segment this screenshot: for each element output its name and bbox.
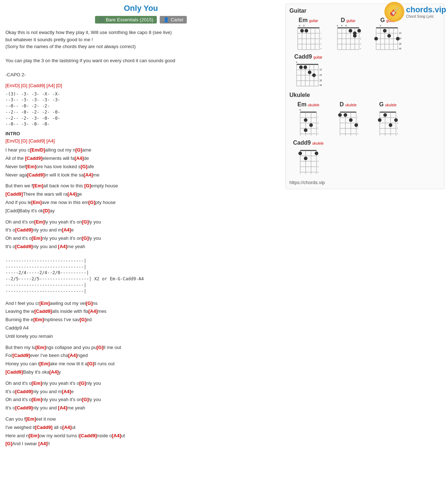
lyric-2-2: [Cadd9]There the wars will ra[A4]ge xyxy=(5,191,276,198)
lyric-c2-1: Oh and it's o[Em]nly you yeah it's o[G]n… xyxy=(5,380,276,387)
chorus-1: Oh and it's on[Em]ly you yeah it's on[G]… xyxy=(5,218,276,251)
svg-point-92 xyxy=(309,123,313,127)
bridge: Can you f[Em]eel it now I've weighed it[… xyxy=(5,416,276,448)
chord-cadd9-ukulele[interactable]: Cadd9 ukulele xyxy=(289,140,327,176)
svg-text:4fr: 4fr xyxy=(318,132,318,135)
svg-text:3fr: 3fr xyxy=(357,127,358,130)
chord-em-guitar[interactable]: Em guitar o o xyxy=(289,17,327,52)
chord-panel: Guitar Em guitar o o xyxy=(285,4,444,189)
svg-text:1fr: 1fr xyxy=(357,116,358,119)
chord-link-g2[interactable]: [G] xyxy=(21,138,27,144)
verse-2: But then we f[Em]all back now to this [G… xyxy=(5,182,276,214)
cadd9-uke-label: Cadd9 xyxy=(293,140,311,146)
chorus-2: Oh and it's o[Em]nly you yeah it's o[G]n… xyxy=(5,380,276,412)
em-uke-label: Em xyxy=(297,101,306,108)
chord-g-ukulele[interactable]: G ukulele xyxy=(369,101,407,138)
lyric-1-3: Never bef[Em]ore has love looked s[G]afe xyxy=(5,163,276,171)
logo-title: chords.vip xyxy=(406,5,446,14)
em-uke-type: ukulele xyxy=(308,103,319,107)
ukulele-chord-row: Em ukulele o xyxy=(289,101,440,176)
lyric-c2-3: Oh and it's o[Em]nly you yeah it's on[G]… xyxy=(5,396,276,404)
intro-text: Okay this is not ewactly how they play i… xyxy=(5,29,276,78)
chord-d-guitar[interactable]: D guitar x x o xyxy=(329,17,367,52)
album-label: Bare Essentials (2015) xyxy=(106,17,154,22)
chord-a4-inline[interactable]: [A4] xyxy=(74,156,83,161)
svg-text:x: x xyxy=(296,60,297,64)
intro-line2: but whatever it sounds pretty good to me… xyxy=(5,36,276,43)
svg-text:4fr: 4fr xyxy=(357,132,358,135)
lyric-4-3: Honey you can t[Em]ake me now til it a[G… xyxy=(5,360,276,368)
chord-cadd9-inline[interactable]: [Cadd9] xyxy=(25,156,42,161)
artist-badge[interactable]: 👤 Cartel xyxy=(160,16,187,24)
svg-text:o: o xyxy=(345,24,347,27)
svg-point-76 xyxy=(312,73,316,77)
url-footer[interactable]: https://chords.vip xyxy=(289,180,440,185)
logo-text: chords.vip Chord Song Lyric xyxy=(406,5,446,18)
svg-point-125 xyxy=(383,113,387,117)
intro-line5: You can play the 3 on the laststring if … xyxy=(5,57,276,64)
svg-point-54 xyxy=(374,37,378,41)
svg-text:2fr: 2fr xyxy=(319,73,322,77)
lyric-c2-4: It's o[Cadd9]nly you and [A4]me yeah xyxy=(5,404,276,412)
svg-point-75 xyxy=(308,71,311,74)
svg-point-108 xyxy=(344,113,347,117)
svg-point-36 xyxy=(353,34,357,38)
chord-g-guitar[interactable]: G guitar x xyxy=(369,17,407,52)
chord-em-inline[interactable]: [Em] xyxy=(26,164,36,169)
svg-text:2fr: 2fr xyxy=(360,37,361,40)
verse-3: And I feel you cr[Em]awling out my vei[G… xyxy=(5,300,276,340)
lyric-1-1: I hear you c[Em/D]alling out my n[G]ame xyxy=(5,146,276,154)
chord-link-cadd91[interactable]: [Cadd9] xyxy=(29,83,45,88)
em-guitar-diagram: o o xyxy=(296,24,321,51)
lyric-1-4: Never aga[Cadd9]in will it look the sa[A… xyxy=(5,171,276,179)
svg-text:4fr: 4fr xyxy=(319,84,322,87)
chord-link-emid2[interactable]: [Em/D] xyxy=(5,138,20,144)
cadd9-uke-type: ukulele xyxy=(312,141,324,145)
em-ukulele-diagram: o 1fr xyxy=(298,108,318,137)
lyric-c1-1: Oh and it's on[Em]ly you yeah it's on[G]… xyxy=(5,218,276,226)
chord-em-ukulele[interactable]: Em ukulele o xyxy=(289,101,327,138)
svg-text:3fr: 3fr xyxy=(320,42,321,46)
svg-point-109 xyxy=(349,118,353,122)
em-type: guitar xyxy=(309,19,318,23)
chord-seq-2: [Em/D] [G] [Cadd9] [A4] xyxy=(5,138,276,144)
logo-area: 🎸 chords.vip Chord Song Lyric xyxy=(384,2,446,22)
chord-g2-inline[interactable]: [G] xyxy=(81,164,87,169)
svg-text:1fr: 1fr xyxy=(318,154,318,157)
chord-link-cadd92[interactable]: [Cadd9] xyxy=(29,138,45,144)
lyric-2-4: [Cadd]Baby it's ok[D]ay xyxy=(5,207,276,215)
chord-link-a42[interactable]: [A4] xyxy=(47,138,55,144)
lyric-4-4: [Cadd9]Baby it's oka[A4]y xyxy=(5,369,276,376)
svg-text:o: o xyxy=(303,24,305,27)
svg-text:2fr: 2fr xyxy=(399,37,401,40)
chord-link-a41[interactable]: [A4] xyxy=(47,83,55,88)
d-ukulele-diagram: 1fr 2fr 3fr 4fr xyxy=(338,108,358,137)
svg-text:o: o xyxy=(300,108,301,111)
page-title: Only You xyxy=(5,4,276,13)
artist-icon: 👤 xyxy=(163,17,169,22)
cadd9-type: guitar xyxy=(313,55,322,59)
album-badge[interactable]: 🎵 Bare Essentials (2015) xyxy=(95,16,157,24)
em-label: Em xyxy=(299,17,308,24)
lyric-b-3: Here and n[Em]ow my world turns i[Cadd9]… xyxy=(5,432,276,440)
chord-g-inline[interactable]: [G] xyxy=(76,147,82,153)
svg-point-126 xyxy=(389,123,392,127)
lyric-3-5: Until lonely you remain xyxy=(5,333,276,340)
chord-link-g1[interactable]: [G] xyxy=(21,83,27,88)
sidebar: Guitar Em guitar o o xyxy=(282,0,448,485)
chord-emid-inline[interactable]: [Em/D] xyxy=(30,147,45,153)
chord-a4b-inline[interactable]: [A4] xyxy=(84,172,93,178)
lyric-c1-3: Oh and it's o[Em]nly you yeah it's on[G]… xyxy=(5,235,276,242)
intro-section-label: INTRO xyxy=(5,131,276,136)
svg-text:4fr: 4fr xyxy=(320,47,321,50)
chord-link-emid[interactable]: [Em/D] xyxy=(5,83,20,88)
svg-text:2fr: 2fr xyxy=(318,121,318,124)
logo-icon: 🎸 xyxy=(384,2,404,22)
chord-link-d1[interactable]: [D] xyxy=(56,83,62,88)
svg-point-93 xyxy=(304,128,307,132)
svg-text:1fr: 1fr xyxy=(360,31,361,35)
chord-cadd9-guitar[interactable]: Cadd9 guitar x xyxy=(289,54,327,88)
chord-d-ukulele[interactable]: D ukulele xyxy=(329,101,367,138)
chord-cadd9b-inline[interactable]: [Cadd9] xyxy=(27,172,44,178)
lyric-4-1: But then my lu[Em]ngs collapse and you p… xyxy=(5,344,276,352)
